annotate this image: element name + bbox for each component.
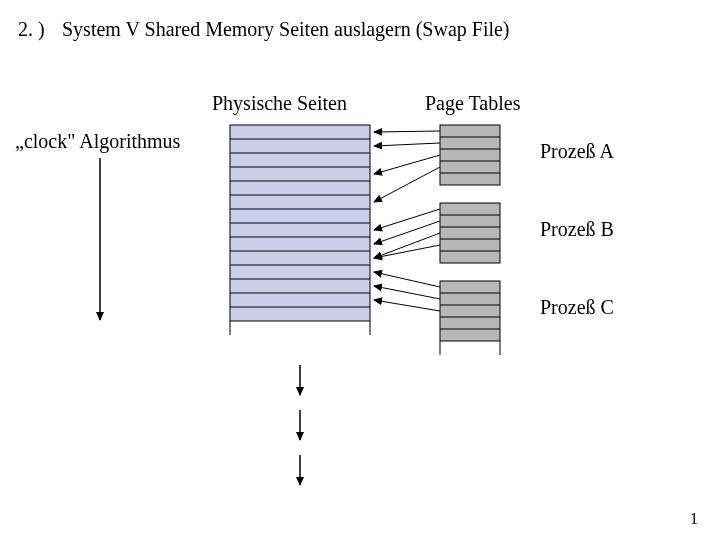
svg-line-39: [374, 221, 440, 244]
svg-rect-21: [440, 203, 500, 263]
page-table-a: [440, 125, 500, 185]
svg-line-36: [374, 155, 440, 174]
svg-line-35: [374, 143, 440, 146]
svg-rect-16: [440, 125, 500, 185]
page-table-b: [440, 203, 500, 263]
page-table-c: [440, 281, 500, 341]
diagram-svg: [0, 0, 720, 540]
physical-pages-column: [230, 125, 370, 321]
slide: 2. ) System V Shared Memory Seiten ausla…: [0, 0, 720, 540]
svg-line-41: [374, 245, 440, 258]
svg-line-38: [374, 209, 440, 230]
svg-line-37: [374, 167, 440, 202]
svg-line-40: [374, 233, 440, 258]
svg-line-44: [374, 300, 440, 311]
svg-line-34: [374, 131, 440, 132]
mapping-arrows-icon: [374, 131, 440, 311]
svg-line-43: [374, 286, 440, 299]
svg-line-42: [374, 272, 440, 287]
svg-rect-26: [440, 281, 500, 341]
